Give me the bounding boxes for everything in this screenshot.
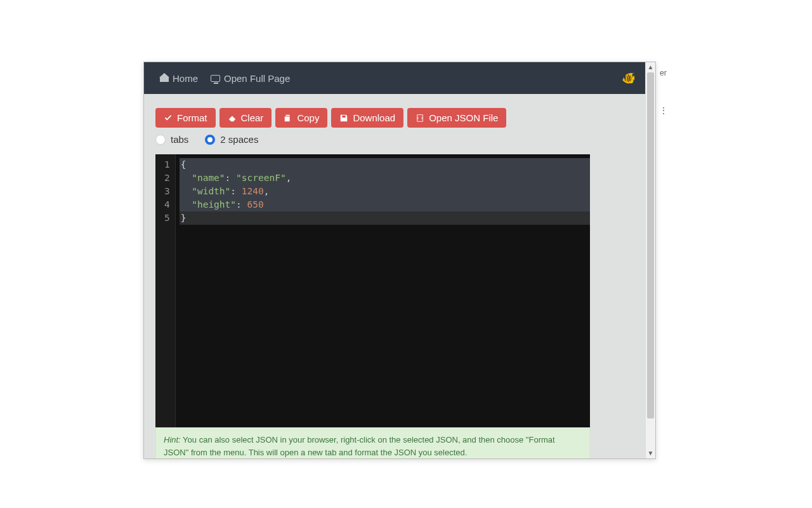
line-number: 3 (164, 185, 170, 198)
home-icon (160, 74, 169, 82)
scroll-down-icon[interactable]: ▼ (646, 448, 655, 458)
scroll-thumb[interactable] (647, 72, 654, 418)
hint-box: Hint: You can also select JSON in your b… (155, 427, 590, 458)
scrollbar-vertical[interactable]: ▲ ▼ (645, 62, 655, 458)
radio-tabs[interactable] (155, 135, 166, 145)
hint-text: You can also select JSON in your browser… (164, 435, 555, 457)
copy-icon (284, 114, 292, 123)
nav-open-full-label: Open Full Page (224, 73, 290, 84)
editor-gutter: 1 2 3 4 5 (155, 154, 176, 427)
clear-button[interactable]: Clear (219, 108, 272, 128)
spaces-label: 2 spaces (220, 134, 258, 145)
save-icon (339, 114, 348, 123)
line-number: 4 (164, 198, 170, 211)
copy-label: Copy (297, 112, 319, 123)
nav-home-label: Home (173, 73, 198, 84)
radio-spaces[interactable] (205, 135, 215, 145)
tabs-label: tabs (171, 134, 188, 145)
code-file-icon (416, 114, 424, 123)
nav-open-full-link[interactable]: Open Full Page (204, 73, 296, 84)
format-label: Format (177, 112, 207, 123)
navbar: Home Open Full Page 🐠 (144, 62, 645, 94)
content-area: Format Clear Copy Download Open JSON Fil… (144, 94, 645, 458)
toolbar: Format Clear Copy Download Open JSON Fil… (155, 108, 634, 128)
scroll-up-icon[interactable]: ▲ (646, 62, 655, 72)
copy-button[interactable]: Copy (275, 108, 327, 128)
fish-icon[interactable]: 🐠 (622, 71, 636, 85)
app-viewport: Home Open Full Page 🐠 Format Clear (144, 62, 645, 458)
line-number: 5 (164, 211, 170, 225)
stray-text: er (660, 69, 667, 77)
download-label: Download (353, 112, 395, 123)
nav-home-link[interactable]: Home (154, 73, 204, 84)
format-button[interactable]: Format (155, 108, 216, 128)
editor-code[interactable]: { "name": "screenF", "width": 1240, "hei… (176, 154, 590, 427)
line-number: 2 (164, 171, 170, 185)
stray-dots: ⋮ (659, 105, 669, 116)
json-editor[interactable]: 1 2 3 4 5 { "name": "screenF", "width": … (155, 154, 590, 427)
open-json-label: Open JSON File (429, 112, 498, 123)
scroll-track[interactable] (647, 72, 654, 448)
download-button[interactable]: Download (331, 108, 403, 128)
open-json-button[interactable]: Open JSON File (407, 108, 506, 128)
line-number: 1 (164, 158, 170, 171)
eraser-icon (228, 114, 237, 123)
indent-options: tabs 2 spaces (155, 134, 634, 145)
clear-label: Clear (241, 112, 264, 123)
monitor-icon (211, 75, 220, 82)
check-icon (164, 114, 173, 123)
hint-prefix: Hint: (164, 435, 181, 444)
app-window: Home Open Full Page 🐠 Format Clear (143, 62, 656, 459)
